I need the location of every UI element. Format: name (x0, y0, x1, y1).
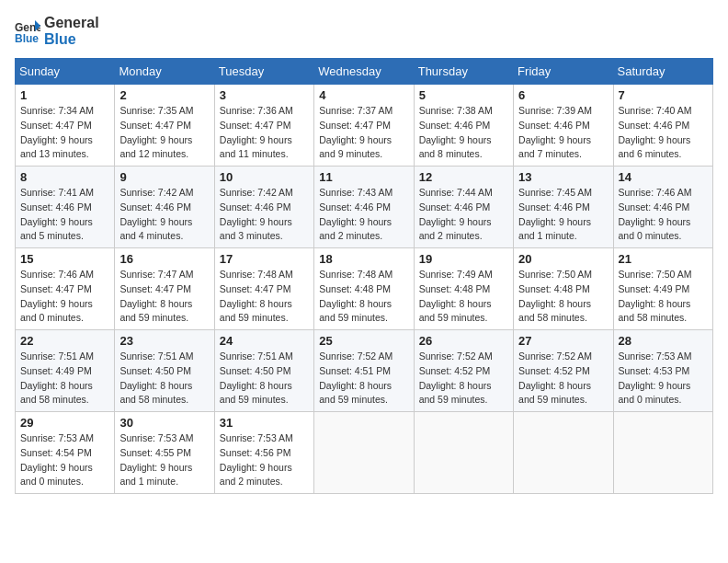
day-info: Sunrise: 7:35 AMSunset: 4:47 PMDaylight:… (119, 104, 209, 162)
logo: General Blue General Blue (15, 15, 99, 47)
day-info: Sunrise: 7:50 AMSunset: 4:49 PMDaylight:… (619, 268, 708, 326)
day-info: Sunrise: 7:41 AMSunset: 4:46 PMDaylight:… (20, 186, 109, 244)
day-info: Sunrise: 7:47 AMSunset: 4:47 PMDaylight:… (119, 268, 209, 326)
day-number: 15 (20, 252, 109, 266)
calendar-table: SundayMondayTuesdayWednesdayThursdayFrid… (15, 58, 713, 494)
day-number: 19 (419, 252, 508, 266)
empty-cell (414, 412, 513, 494)
calendar-day-10: 10Sunrise: 7:42 AMSunset: 4:46 PMDayligh… (214, 167, 313, 248)
day-info: Sunrise: 7:46 AMSunset: 4:46 PMDaylight:… (619, 186, 708, 244)
day-info: Sunrise: 7:42 AMSunset: 4:46 PMDaylight:… (119, 186, 209, 244)
calendar-day-18: 18Sunrise: 7:48 AMSunset: 4:48 PMDayligh… (314, 248, 414, 330)
day-number: 6 (518, 88, 608, 102)
day-number: 27 (518, 334, 608, 348)
calendar-day-23: 23Sunrise: 7:51 AMSunset: 4:50 PMDayligh… (115, 330, 214, 412)
weekday-header-row: SundayMondayTuesdayWednesdayThursdayFrid… (16, 59, 713, 85)
calendar-day-26: 26Sunrise: 7:52 AMSunset: 4:52 PMDayligh… (414, 330, 513, 412)
calendar-day-5: 5Sunrise: 7:38 AMSunset: 4:46 PMDaylight… (414, 85, 513, 167)
calendar-day-20: 20Sunrise: 7:50 AMSunset: 4:48 PMDayligh… (514, 248, 613, 330)
day-number: 16 (119, 252, 209, 266)
calendar-day-11: 11Sunrise: 7:43 AMSunset: 4:46 PMDayligh… (314, 167, 414, 248)
day-info: Sunrise: 7:53 AMSunset: 4:56 PMDaylight:… (220, 431, 309, 489)
logo-line2: Blue (44, 31, 99, 48)
calendar-day-12: 12Sunrise: 7:44 AMSunset: 4:46 PMDayligh… (414, 167, 513, 248)
day-info: Sunrise: 7:49 AMSunset: 4:48 PMDaylight:… (419, 268, 508, 326)
day-number: 10 (220, 170, 309, 184)
day-info: Sunrise: 7:42 AMSunset: 4:46 PMDaylight:… (220, 186, 309, 244)
day-info: Sunrise: 7:53 AMSunset: 4:53 PMDaylight:… (619, 350, 708, 408)
day-info: Sunrise: 7:51 AMSunset: 4:50 PMDaylight:… (220, 350, 309, 408)
empty-cell (514, 412, 613, 494)
calendar-day-24: 24Sunrise: 7:51 AMSunset: 4:50 PMDayligh… (214, 330, 313, 412)
day-info: Sunrise: 7:52 AMSunset: 4:51 PMDaylight:… (319, 350, 408, 408)
day-number: 7 (619, 88, 708, 102)
day-info: Sunrise: 7:44 AMSunset: 4:46 PMDaylight:… (419, 186, 508, 244)
calendar-week-2: 8Sunrise: 7:41 AMSunset: 4:46 PMDaylight… (16, 167, 713, 248)
calendar-week-4: 22Sunrise: 7:51 AMSunset: 4:49 PMDayligh… (16, 330, 713, 412)
day-info: Sunrise: 7:48 AMSunset: 4:48 PMDaylight:… (319, 268, 408, 326)
logo-icon: General Blue (15, 18, 40, 44)
day-info: Sunrise: 7:50 AMSunset: 4:48 PMDaylight:… (518, 268, 608, 326)
day-number: 17 (220, 252, 309, 266)
calendar-day-19: 19Sunrise: 7:49 AMSunset: 4:48 PMDayligh… (414, 248, 513, 330)
day-number: 13 (518, 170, 608, 184)
day-info: Sunrise: 7:39 AMSunset: 4:46 PMDaylight:… (518, 104, 608, 162)
day-info: Sunrise: 7:48 AMSunset: 4:47 PMDaylight:… (220, 268, 309, 326)
day-info: Sunrise: 7:46 AMSunset: 4:47 PMDaylight:… (20, 268, 109, 326)
calendar-day-7: 7Sunrise: 7:40 AMSunset: 4:46 PMDaylight… (613, 85, 712, 167)
day-number: 3 (220, 88, 309, 102)
weekday-saturday: Saturday (613, 59, 712, 85)
calendar-week-1: 1Sunrise: 7:34 AMSunset: 4:47 PMDaylight… (16, 85, 713, 167)
calendar-day-30: 30Sunrise: 7:53 AMSunset: 4:55 PMDayligh… (115, 412, 214, 494)
day-number: 31 (220, 416, 309, 430)
day-number: 8 (20, 170, 109, 184)
calendar-day-14: 14Sunrise: 7:46 AMSunset: 4:46 PMDayligh… (613, 167, 712, 248)
day-number: 25 (319, 334, 408, 348)
calendar-day-2: 2Sunrise: 7:35 AMSunset: 4:47 PMDaylight… (115, 85, 214, 167)
calendar-day-1: 1Sunrise: 7:34 AMSunset: 4:47 PMDaylight… (16, 85, 115, 167)
calendar-day-31: 31Sunrise: 7:53 AMSunset: 4:56 PMDayligh… (214, 412, 313, 494)
day-number: 26 (419, 334, 508, 348)
calendar-day-8: 8Sunrise: 7:41 AMSunset: 4:46 PMDaylight… (16, 167, 115, 248)
day-number: 12 (419, 170, 508, 184)
calendar-day-21: 21Sunrise: 7:50 AMSunset: 4:49 PMDayligh… (613, 248, 712, 330)
weekday-monday: Monday (115, 59, 214, 85)
weekday-sunday: Sunday (16, 59, 115, 85)
calendar-day-22: 22Sunrise: 7:51 AMSunset: 4:49 PMDayligh… (16, 330, 115, 412)
day-info: Sunrise: 7:45 AMSunset: 4:46 PMDaylight:… (518, 186, 608, 244)
empty-cell (314, 412, 414, 494)
calendar-day-17: 17Sunrise: 7:48 AMSunset: 4:47 PMDayligh… (214, 248, 313, 330)
empty-cell (613, 412, 712, 494)
day-info: Sunrise: 7:43 AMSunset: 4:46 PMDaylight:… (319, 186, 408, 244)
calendar-week-3: 15Sunrise: 7:46 AMSunset: 4:47 PMDayligh… (16, 248, 713, 330)
day-number: 2 (119, 88, 209, 102)
day-number: 4 (319, 88, 408, 102)
day-number: 22 (20, 334, 109, 348)
page-header: General Blue General Blue (15, 15, 713, 47)
day-info: Sunrise: 7:38 AMSunset: 4:46 PMDaylight:… (419, 104, 508, 162)
day-info: Sunrise: 7:53 AMSunset: 4:54 PMDaylight:… (20, 431, 109, 489)
calendar-day-27: 27Sunrise: 7:52 AMSunset: 4:52 PMDayligh… (514, 330, 613, 412)
calendar-day-15: 15Sunrise: 7:46 AMSunset: 4:47 PMDayligh… (16, 248, 115, 330)
calendar-day-9: 9Sunrise: 7:42 AMSunset: 4:46 PMDaylight… (115, 167, 214, 248)
day-info: Sunrise: 7:52 AMSunset: 4:52 PMDaylight:… (518, 350, 608, 408)
svg-text:Blue: Blue (15, 32, 39, 44)
calendar-day-4: 4Sunrise: 7:37 AMSunset: 4:47 PMDaylight… (314, 85, 414, 167)
calendar-week-5: 29Sunrise: 7:53 AMSunset: 4:54 PMDayligh… (16, 412, 713, 494)
day-info: Sunrise: 7:52 AMSunset: 4:52 PMDaylight:… (419, 350, 508, 408)
day-number: 21 (619, 252, 708, 266)
day-number: 18 (319, 252, 408, 266)
calendar-day-6: 6Sunrise: 7:39 AMSunset: 4:46 PMDaylight… (514, 85, 613, 167)
calendar-day-29: 29Sunrise: 7:53 AMSunset: 4:54 PMDayligh… (16, 412, 115, 494)
day-number: 5 (419, 88, 508, 102)
day-info: Sunrise: 7:37 AMSunset: 4:47 PMDaylight:… (319, 104, 408, 162)
day-number: 9 (119, 170, 209, 184)
logo-line1: General (44, 15, 99, 31)
day-info: Sunrise: 7:53 AMSunset: 4:55 PMDaylight:… (119, 431, 209, 489)
day-number: 11 (319, 170, 408, 184)
calendar-day-25: 25Sunrise: 7:52 AMSunset: 4:51 PMDayligh… (314, 330, 414, 412)
day-info: Sunrise: 7:51 AMSunset: 4:49 PMDaylight:… (20, 350, 109, 408)
day-info: Sunrise: 7:36 AMSunset: 4:47 PMDaylight:… (220, 104, 309, 162)
day-number: 29 (20, 416, 109, 430)
day-number: 24 (220, 334, 309, 348)
